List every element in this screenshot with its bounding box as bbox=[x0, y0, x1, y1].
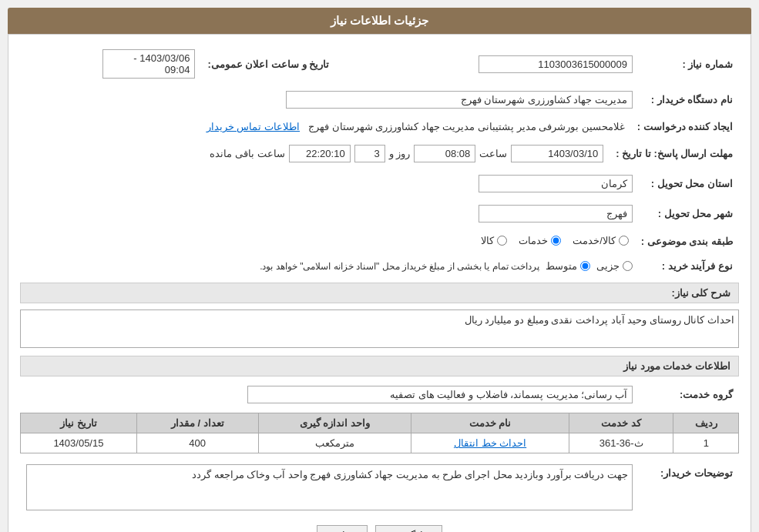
khadamat-section-header: اطلاعات خدمات مورد نیاز bbox=[20, 356, 739, 376]
tarikh-elaan-label: تاریخ و ساعت اعلان عمومی: bbox=[201, 46, 335, 82]
main-content: شماره نیاز : 1103003615000009 تاریخ و سا… bbox=[8, 34, 751, 532]
nooe-table: نوع فرآیند خرید : جزیی متوسط پرداخت تمام… bbox=[20, 257, 739, 275]
shahr-box: فهرج bbox=[479, 205, 633, 223]
radio-kala-input[interactable] bbox=[497, 236, 507, 246]
mohlat-rooz-box: 3 bbox=[354, 145, 385, 162]
table-row: 1 ث-36-361 احداث خط انتقال مترمکعب 400 1… bbox=[21, 433, 739, 453]
cell-nam[interactable]: احداث خط انتقال bbox=[411, 433, 569, 453]
col-kod: کد خدمت bbox=[569, 413, 673, 433]
goroh-value: آب رسانی؛ مدیریت پسماند، فاضلاب و فعالیت… bbox=[20, 383, 639, 407]
tarikh-elaan-value: 1403/03/06 - 09:04 bbox=[20, 46, 201, 82]
shomara-niaz-value: 1103003615000009 bbox=[351, 46, 639, 82]
sharh-section-header: شرح کلی نیاز: bbox=[20, 283, 739, 303]
tarikh-elaan-box: 1403/03/06 - 09:04 bbox=[102, 49, 195, 79]
nooe-note: پرداخت تمام یا بخشی از مبلغ خریداز محل "… bbox=[260, 261, 539, 272]
mohlat-label: مهلت ارسال پاسخ: تا تاریخ : bbox=[610, 142, 739, 166]
tabaqe-options: کالا/خدمت خدمات کالا bbox=[20, 232, 635, 251]
mohlat-table: مهلت ارسال پاسخ: تا تاریخ : 1403/03/10 س… bbox=[20, 142, 739, 166]
ijad-label: ایجاد کننده درخواست : bbox=[631, 118, 739, 136]
col-nam: نام خدمت bbox=[411, 413, 569, 433]
mohlat-baqi-label: ساعت باقی مانده bbox=[210, 148, 284, 159]
nooe-farayand-label: نوع فرآیند خرید : bbox=[639, 257, 739, 275]
radio-jozi-label: جزیی bbox=[596, 260, 620, 272]
goroh-label: گروه خدمت: bbox=[639, 383, 739, 407]
mohlat-row: 1403/03/10 ساعت 08:08 روز و 3 22:20:10 س… bbox=[20, 142, 610, 166]
goroh-table: گروه خدمت: آب رسانی؛ مدیریت پسماند، فاضل… bbox=[20, 383, 739, 407]
col-tedad: تعداد / مقدار bbox=[136, 413, 258, 433]
ijad-link[interactable]: اطلاعات تماس خریدار bbox=[207, 121, 300, 132]
nam-dastgah-box: مدیریت جهاد کشاورزری شهرستان فهرج bbox=[286, 91, 633, 109]
tawzih-box: جهت دریافت برآورد وبازدید محل اجرای طرح … bbox=[26, 464, 633, 510]
cell-kod: ث-36-361 bbox=[569, 433, 673, 453]
radio-khadamat-label: خدمات bbox=[519, 235, 548, 246]
radio-kala[interactable]: کالا bbox=[481, 235, 507, 246]
cell-tarikh: 1403/05/15 bbox=[21, 433, 137, 453]
radio-motevaset[interactable]: متوسط bbox=[546, 260, 590, 272]
mohlat-saat-label: ساعت bbox=[479, 148, 507, 159]
mohlat-rooz-label: روز و bbox=[389, 148, 411, 159]
sharh-box: احداث کانال روستای وحید آباد پرداخت نقدی… bbox=[20, 309, 739, 348]
radio-kala-khadamat[interactable]: کالا/خدمت bbox=[573, 235, 629, 246]
mohlat-baqi-box: 22:20:10 bbox=[289, 145, 351, 162]
dastgah-table: نام دستگاه خریدار : مدیریت جهاد کشاورزری… bbox=[20, 88, 739, 112]
col-radif: ردیف bbox=[673, 413, 739, 433]
radio-khadamat[interactable]: خدمات bbox=[519, 235, 561, 246]
page-wrapper: جزئیات اطلاعات نیاز شماره نیاز : 1103003… bbox=[0, 0, 759, 532]
col-vahed: واحد اندازه گیری bbox=[258, 413, 411, 433]
radio-motevaset-input[interactable] bbox=[580, 261, 590, 271]
chap-button[interactable]: چاپ bbox=[317, 525, 368, 532]
mohlat-saat-box: 08:08 bbox=[414, 145, 475, 162]
col-tarikh: تاریخ نیاز bbox=[21, 413, 137, 433]
radio-kala-khadamat-label: کالا/خدمت bbox=[573, 235, 616, 246]
shahr-table: شهر محل تحویل : فهرج bbox=[20, 202, 739, 226]
shahr-label: شهر محل تحویل : bbox=[639, 202, 739, 226]
radio-jozi-input[interactable] bbox=[623, 261, 633, 271]
radio-kala-khadamat-input[interactable] bbox=[619, 236, 629, 246]
radio-khadamat-input[interactable] bbox=[551, 236, 561, 246]
nam-dastgah-label: نام دستگاه خریدار : bbox=[639, 88, 739, 112]
ijad-text: غلامحسین بورشرفی مدیر پشتیبانی مدیریت جه… bbox=[308, 121, 625, 132]
cell-vahed: مترمکعب bbox=[258, 433, 411, 453]
tabaqe-label: طبقه بندی موضوعی : bbox=[635, 232, 739, 251]
ijad-table: ایجاد کننده درخواست : غلامحسین بورشرفی م… bbox=[20, 118, 739, 136]
ostan-value: کرمان bbox=[20, 172, 639, 196]
top-info-table: شماره نیاز : 1103003615000009 تاریخ و سا… bbox=[20, 46, 739, 82]
shomara-niaz-box: 1103003615000009 bbox=[479, 55, 633, 73]
bazgasht-button[interactable]: بازگشت bbox=[375, 525, 442, 532]
radio-jozi[interactable]: جزیی bbox=[596, 260, 633, 272]
shomara-niaz-label: شماره نیاز : bbox=[639, 46, 739, 82]
tawzih-value: جهت دریافت برآورد وبازدید محل اجرای طرح … bbox=[20, 461, 639, 514]
nooe-options: جزیی متوسط پرداخت تمام یا بخشی از مبلغ خ… bbox=[20, 257, 639, 275]
services-table: ردیف کد خدمت نام خدمت واحد اندازه گیری ت… bbox=[20, 413, 739, 453]
radio-kala-label: کالا bbox=[481, 235, 494, 246]
ijad-value: غلامحسین بورشرفی مدیر پشتیبانی مدیریت جه… bbox=[20, 118, 631, 136]
mohlat-date-box: 1403/03/10 bbox=[511, 145, 603, 162]
goroh-box: آب رسانی؛ مدیریت پسماند، فاضلاب و فعالیت… bbox=[247, 386, 633, 403]
ostan-table: استان محل تحویل : کرمان bbox=[20, 172, 739, 196]
tawzih-label: توضیحات خریدار: bbox=[639, 461, 739, 514]
shahr-value: فهرج bbox=[20, 202, 639, 226]
page-title: جزئیات اطلاعات نیاز bbox=[8, 8, 751, 34]
nam-dastgah-value: مدیریت جهاد کشاورزری شهرستان فهرج bbox=[20, 88, 639, 112]
cell-tedad: 400 bbox=[136, 433, 258, 453]
ostan-label: استان محل تحویل : bbox=[639, 172, 739, 196]
bottom-buttons: بازگشت چاپ bbox=[20, 525, 739, 532]
radio-motevaset-label: متوسط bbox=[546, 260, 577, 272]
tabaqe-table: طبقه بندی موضوعی : کالا/خدمت خدمات bbox=[20, 232, 739, 251]
cell-radif: 1 bbox=[673, 433, 739, 453]
tawzih-table: توضیحات خریدار: جهت دریافت برآورد وبازدی… bbox=[20, 461, 739, 514]
ostan-box: کرمان bbox=[479, 175, 633, 192]
